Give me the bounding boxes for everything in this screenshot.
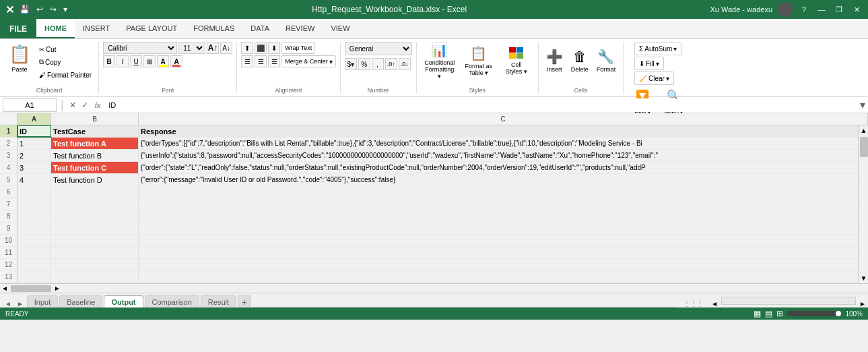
tab-insert[interactable]: INSERT	[75, 19, 118, 38]
add-sheet-button[interactable]: +	[238, 295, 251, 307]
cell-b9[interactable]	[51, 223, 139, 234]
page-layout-button[interactable]: ▤	[765, 309, 772, 318]
cell-styles-button[interactable]: Cell Styles ▾	[499, 42, 534, 80]
cell-a7[interactable]	[18, 198, 51, 210]
tab-formulas[interactable]: FORMULAS	[185, 19, 242, 38]
row-number[interactable]: 11	[0, 247, 18, 258]
font-color-button[interactable]: A	[170, 55, 182, 67]
cell-c8[interactable]	[139, 210, 859, 222]
cell-b8[interactable]	[51, 210, 139, 222]
cell-c1[interactable]: Response	[139, 125, 859, 137]
tab-view[interactable]: VIEW	[323, 19, 358, 38]
scroll-up-button[interactable]: ▲	[859, 125, 868, 136]
cell-a6[interactable]	[18, 186, 51, 198]
tab-review[interactable]: REVIEW	[277, 19, 323, 38]
cell-a2[interactable]: 1	[18, 138, 51, 149]
align-center-button[interactable]: ☰	[255, 55, 267, 67]
cell-a10[interactable]	[18, 235, 51, 246]
cancel-formula-button[interactable]: ✕	[68, 100, 77, 110]
row-number[interactable]: 2	[0, 138, 18, 149]
border-button[interactable]: ⊞	[143, 55, 156, 67]
cell-c12[interactable]	[139, 259, 859, 270]
decrease-decimal-button[interactable]: .0↓	[399, 58, 411, 70]
delete-button[interactable]: 🗑 Delete	[568, 42, 592, 80]
row-number[interactable]: 3	[0, 150, 18, 161]
cell-b5[interactable]: Test function D	[51, 174, 139, 185]
row-number[interactable]: 8	[0, 210, 18, 222]
tab-baseline[interactable]: Baseline	[59, 295, 102, 307]
tab-output[interactable]: Output	[104, 295, 143, 307]
row-number[interactable]: 12	[0, 259, 18, 270]
currency-button[interactable]: $▾	[345, 58, 357, 70]
col-header-c[interactable]: C	[139, 113, 868, 125]
h-scroll-thumb[interactable]	[11, 285, 51, 292]
quick-redo[interactable]: ↪	[48, 5, 58, 14]
normal-view-button[interactable]: ▦	[754, 309, 761, 318]
fill-color-button[interactable]: A	[157, 55, 169, 67]
format-button[interactable]: 🔧 Format	[593, 42, 620, 80]
h-scroll-track[interactable]	[721, 297, 856, 305]
cell-b2[interactable]: Test function A	[51, 138, 139, 149]
row-number[interactable]: 10	[0, 235, 18, 246]
paste-button[interactable]: 📋 Paste	[4, 42, 35, 75]
cell-a5[interactable]: 4	[18, 174, 51, 185]
number-format-select[interactable]: General	[345, 42, 412, 55]
formula-input[interactable]	[106, 98, 857, 112]
sheet-nav-right[interactable]: ►	[15, 300, 26, 307]
close-button[interactable]: ✕	[850, 4, 863, 15]
h-scroll-right2[interactable]: ►	[857, 300, 868, 307]
cell-c3[interactable]: {"userInfo":{"status":8,"password":null,…	[139, 150, 859, 161]
help-button[interactable]: ?	[798, 4, 810, 15]
file-tab[interactable]: FILE	[0, 19, 36, 38]
comma-button[interactable]: ,	[372, 58, 384, 70]
italic-button[interactable]: I	[116, 55, 129, 67]
percent-button[interactable]: %	[358, 58, 370, 70]
clear-button[interactable]: 🧹 Clear ▾	[634, 71, 674, 85]
quick-dropdown[interactable]: ▾	[62, 5, 69, 14]
tab-page-layout[interactable]: PAGE LAYOUT	[118, 19, 185, 38]
scroll-right-button[interactable]: ►	[53, 285, 62, 292]
row-number[interactable]: 5	[0, 174, 18, 185]
align-bottom-button[interactable]: ⬇	[268, 42, 280, 54]
page-break-button[interactable]: ⊞	[776, 309, 783, 318]
wrap-text-button[interactable]: Wrap Text	[281, 42, 315, 54]
decrease-font-button[interactable]: A↓	[220, 42, 232, 54]
cell-b4[interactable]: Test function C	[51, 162, 139, 173]
scroll-down-button[interactable]: ▼	[859, 273, 868, 283]
tab-input[interactable]: Input	[27, 295, 58, 307]
horizontal-scrollbar[interactable]: ◄ ►	[0, 283, 868, 293]
cell-a9[interactable]	[18, 223, 51, 234]
confirm-formula-button[interactable]: ✓	[80, 100, 90, 110]
cell-c5[interactable]: {"error":{"message":"Invalid User ID or …	[139, 174, 859, 185]
row-number[interactable]: 1	[0, 125, 18, 137]
col-header-a[interactable]: A	[18, 113, 51, 125]
underline-button[interactable]: U	[130, 55, 142, 67]
cell-c13[interactable]	[139, 271, 859, 283]
cell-b13[interactable]	[51, 271, 139, 283]
autosum-button[interactable]: Σ AutoSum ▾	[634, 42, 681, 55]
name-box[interactable]	[3, 98, 57, 112]
vertical-scrollbar[interactable]: ▲ ▼	[859, 125, 868, 283]
increase-font-button[interactable]: A↑	[207, 42, 219, 54]
tab-home[interactable]: HOME	[36, 19, 75, 38]
tab-result[interactable]: Result	[201, 295, 236, 307]
row-number[interactable]: 9	[0, 223, 18, 234]
scroll-thumb[interactable]	[860, 137, 868, 157]
cell-a1[interactable]: ID	[18, 125, 51, 137]
row-number[interactable]: 6	[0, 186, 18, 198]
tab-comparison[interactable]: Comparison	[145, 295, 199, 307]
cell-b7[interactable]	[51, 198, 139, 210]
col-header-b[interactable]: B	[51, 113, 139, 125]
row-number[interactable]: 7	[0, 198, 18, 210]
cell-a8[interactable]	[18, 210, 51, 222]
restore-button[interactable]: ❐	[833, 4, 845, 15]
align-left-button[interactable]: ☰	[241, 55, 253, 67]
quick-undo[interactable]: ↩	[35, 5, 44, 14]
tab-data[interactable]: DATA	[242, 19, 277, 38]
quick-save[interactable]: 💾	[18, 5, 31, 14]
cell-a3[interactable]: 2	[18, 150, 51, 161]
cell-b3[interactable]: Test function B	[51, 150, 139, 161]
cell-a12[interactable]	[18, 259, 51, 270]
cell-b6[interactable]	[51, 186, 139, 198]
row-number[interactable]: 13	[0, 271, 18, 283]
